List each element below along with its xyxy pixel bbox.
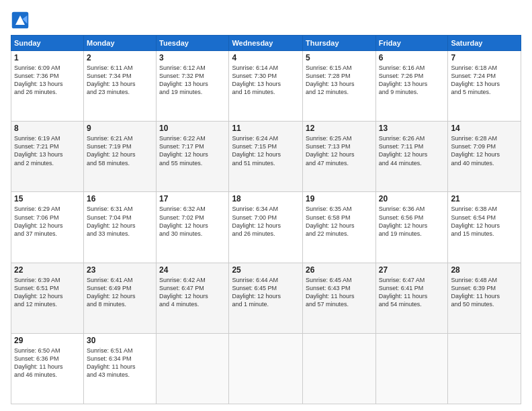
day-info: Sunrise: 6:26 AM Sunset: 7:11 PM Dayligh…: [379, 134, 445, 167]
day-info: Sunrise: 6:28 AM Sunset: 7:09 PM Dayligh…: [451, 134, 518, 167]
weekday-header-sunday: Sunday: [11, 36, 84, 51]
day-info: Sunrise: 6:24 AM Sunset: 7:15 PM Dayligh…: [232, 134, 300, 167]
calendar-cell: 25Sunrise: 6:44 AM Sunset: 6:45 PM Dayli…: [229, 263, 303, 333]
day-number: 23: [87, 265, 153, 275]
day-number: 16: [87, 194, 153, 203]
day-number: 21: [451, 194, 518, 203]
day-number: 10: [159, 124, 226, 133]
day-info: Sunrise: 6:44 AM Sunset: 6:45 PM Dayligh…: [232, 276, 300, 309]
day-number: 7: [451, 53, 518, 62]
day-info: Sunrise: 6:39 AM Sunset: 6:51 PM Dayligh…: [14, 276, 81, 309]
day-info: Sunrise: 6:12 AM Sunset: 7:32 PM Dayligh…: [159, 64, 226, 97]
day-info: Sunrise: 6:31 AM Sunset: 7:04 PM Dayligh…: [87, 205, 153, 238]
logo: [11, 11, 32, 30]
day-number: 9: [87, 124, 153, 133]
day-number: 8: [14, 124, 81, 133]
calendar-cell: 12Sunrise: 6:25 AM Sunset: 7:13 PM Dayli…: [303, 122, 376, 192]
day-number: 5: [306, 53, 373, 62]
day-info: Sunrise: 6:32 AM Sunset: 7:02 PM Dayligh…: [159, 205, 226, 238]
calendar-cell: 28Sunrise: 6:48 AM Sunset: 6:39 PM Dayli…: [448, 263, 521, 333]
header: [11, 11, 521, 30]
day-number: 15: [14, 194, 81, 203]
day-number: 13: [379, 124, 445, 133]
calendar-cell: 19Sunrise: 6:35 AM Sunset: 6:58 PM Dayli…: [303, 192, 376, 263]
weekday-header-friday: Friday: [375, 36, 448, 51]
day-info: Sunrise: 6:22 AM Sunset: 7:17 PM Dayligh…: [159, 134, 226, 167]
day-info: Sunrise: 6:11 AM Sunset: 7:34 PM Dayligh…: [87, 64, 153, 97]
day-number: 18: [232, 194, 300, 203]
day-number: 25: [232, 265, 300, 275]
calendar-cell: 17Sunrise: 6:32 AM Sunset: 7:02 PM Dayli…: [157, 192, 229, 263]
day-number: 14: [451, 124, 518, 133]
day-info: Sunrise: 6:42 AM Sunset: 6:47 PM Dayligh…: [159, 276, 226, 309]
calendar-cell: 14Sunrise: 6:28 AM Sunset: 7:09 PM Dayli…: [448, 122, 521, 192]
calendar-cell: 23Sunrise: 6:41 AM Sunset: 6:49 PM Dayli…: [83, 263, 156, 333]
calendar-cell: [157, 333, 229, 404]
day-number: 30: [87, 336, 153, 345]
calendar-cell: 1Sunrise: 6:09 AM Sunset: 7:36 PM Daylig…: [11, 51, 84, 122]
day-number: 20: [379, 194, 445, 203]
weekday-header-tuesday: Tuesday: [157, 36, 229, 51]
calendar-cell: 30Sunrise: 6:51 AM Sunset: 6:34 PM Dayli…: [83, 333, 156, 404]
weekday-header-thursday: Thursday: [303, 36, 376, 51]
day-number: 11: [232, 124, 300, 133]
day-info: Sunrise: 6:38 AM Sunset: 6:54 PM Dayligh…: [451, 205, 518, 238]
day-info: Sunrise: 6:36 AM Sunset: 6:56 PM Dayligh…: [379, 205, 445, 238]
calendar-week-5: 29Sunrise: 6:50 AM Sunset: 6:36 PM Dayli…: [11, 333, 521, 404]
day-info: Sunrise: 6:35 AM Sunset: 6:58 PM Dayligh…: [306, 205, 373, 238]
day-info: Sunrise: 6:50 AM Sunset: 6:36 PM Dayligh…: [14, 347, 81, 379]
calendar-cell: 5Sunrise: 6:15 AM Sunset: 7:28 PM Daylig…: [303, 51, 376, 122]
calendar-cell: [448, 333, 521, 404]
day-info: Sunrise: 6:48 AM Sunset: 6:39 PM Dayligh…: [451, 276, 518, 309]
day-number: 3: [159, 53, 226, 62]
calendar-cell: 27Sunrise: 6:47 AM Sunset: 6:41 PM Dayli…: [375, 263, 448, 333]
day-number: 12: [306, 124, 373, 133]
day-info: Sunrise: 6:47 AM Sunset: 6:41 PM Dayligh…: [379, 276, 445, 309]
calendar-week-1: 1Sunrise: 6:09 AM Sunset: 7:36 PM Daylig…: [11, 51, 521, 122]
day-info: Sunrise: 6:15 AM Sunset: 7:28 PM Dayligh…: [306, 64, 373, 97]
day-info: Sunrise: 6:21 AM Sunset: 7:19 PM Dayligh…: [87, 134, 153, 167]
day-info: Sunrise: 6:45 AM Sunset: 6:43 PM Dayligh…: [306, 276, 373, 309]
calendar-cell: 10Sunrise: 6:22 AM Sunset: 7:17 PM Dayli…: [157, 122, 229, 192]
calendar-week-3: 15Sunrise: 6:29 AM Sunset: 7:06 PM Dayli…: [11, 192, 521, 263]
calendar-cell: [229, 333, 303, 404]
calendar-cell: 3Sunrise: 6:12 AM Sunset: 7:32 PM Daylig…: [157, 51, 229, 122]
calendar-cell: 13Sunrise: 6:26 AM Sunset: 7:11 PM Dayli…: [375, 122, 448, 192]
weekday-header-monday: Monday: [83, 36, 156, 51]
calendar-cell: 9Sunrise: 6:21 AM Sunset: 7:19 PM Daylig…: [83, 122, 156, 192]
calendar-cell: 8Sunrise: 6:19 AM Sunset: 7:21 PM Daylig…: [11, 122, 84, 192]
calendar-cell: 7Sunrise: 6:18 AM Sunset: 7:24 PM Daylig…: [448, 51, 521, 122]
day-number: 2: [87, 53, 153, 62]
day-info: Sunrise: 6:09 AM Sunset: 7:36 PM Dayligh…: [14, 64, 81, 97]
calendar-header-row: SundayMondayTuesdayWednesdayThursdayFrid…: [11, 36, 521, 51]
day-info: Sunrise: 6:29 AM Sunset: 7:06 PM Dayligh…: [14, 205, 81, 238]
day-info: Sunrise: 6:34 AM Sunset: 7:00 PM Dayligh…: [232, 205, 300, 238]
day-info: Sunrise: 6:18 AM Sunset: 7:24 PM Dayligh…: [451, 64, 518, 97]
calendar-table: SundayMondayTuesdayWednesdayThursdayFrid…: [11, 35, 521, 404]
day-number: 28: [451, 265, 518, 275]
day-info: Sunrise: 6:14 AM Sunset: 7:30 PM Dayligh…: [232, 64, 300, 97]
day-number: 6: [379, 53, 445, 62]
calendar-cell: 4Sunrise: 6:14 AM Sunset: 7:30 PM Daylig…: [229, 51, 303, 122]
calendar-cell: 20Sunrise: 6:36 AM Sunset: 6:56 PM Dayli…: [375, 192, 448, 263]
day-info: Sunrise: 6:51 AM Sunset: 6:34 PM Dayligh…: [87, 347, 153, 379]
calendar-cell: 29Sunrise: 6:50 AM Sunset: 6:36 PM Dayli…: [11, 333, 84, 404]
calendar-week-2: 8Sunrise: 6:19 AM Sunset: 7:21 PM Daylig…: [11, 122, 521, 192]
day-number: 29: [14, 336, 81, 345]
calendar-week-4: 22Sunrise: 6:39 AM Sunset: 6:51 PM Dayli…: [11, 263, 521, 333]
day-number: 24: [159, 265, 226, 275]
calendar-cell: 11Sunrise: 6:24 AM Sunset: 7:15 PM Dayli…: [229, 122, 303, 192]
day-info: Sunrise: 6:25 AM Sunset: 7:13 PM Dayligh…: [306, 134, 373, 167]
calendar-cell: 21Sunrise: 6:38 AM Sunset: 6:54 PM Dayli…: [448, 192, 521, 263]
calendar-cell: 2Sunrise: 6:11 AM Sunset: 7:34 PM Daylig…: [83, 51, 156, 122]
day-info: Sunrise: 6:16 AM Sunset: 7:26 PM Dayligh…: [379, 64, 445, 97]
day-number: 22: [14, 265, 81, 275]
day-number: 1: [14, 53, 81, 62]
calendar-cell: 18Sunrise: 6:34 AM Sunset: 7:00 PM Dayli…: [229, 192, 303, 263]
calendar-cell: 24Sunrise: 6:42 AM Sunset: 6:47 PM Dayli…: [157, 263, 229, 333]
weekday-header-saturday: Saturday: [448, 36, 521, 51]
weekday-header-wednesday: Wednesday: [229, 36, 303, 51]
logo-icon: [11, 11, 30, 30]
page: SundayMondayTuesdayWednesdayThursdayFrid…: [0, 0, 532, 411]
calendar-cell: 16Sunrise: 6:31 AM Sunset: 7:04 PM Dayli…: [83, 192, 156, 263]
